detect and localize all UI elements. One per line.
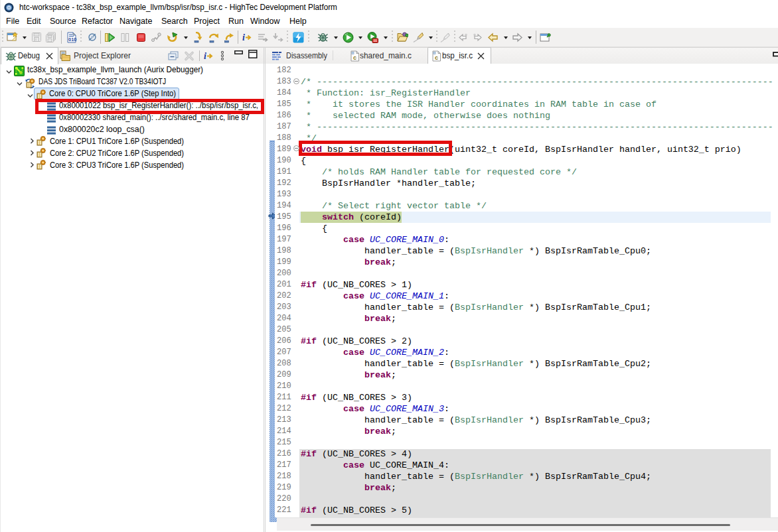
svg-text:i: i: [242, 33, 245, 42]
svg-text:i: i: [204, 51, 206, 61]
svg-text:010: 010: [68, 36, 77, 42]
svg-text:c: c: [435, 54, 438, 61]
svg-text:c: c: [353, 54, 356, 61]
